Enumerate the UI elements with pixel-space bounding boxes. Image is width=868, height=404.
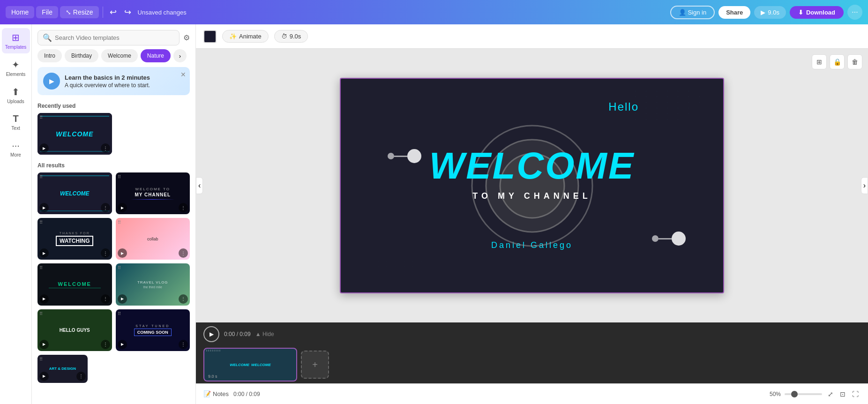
download-button[interactable]: ⬇ Download — [790, 6, 844, 19]
clip-inner: WELCOME WELCOME — [204, 349, 296, 381]
undo-button[interactable]: ↩ — [107, 5, 120, 19]
time-display: 0:00 / 0:09 — [233, 391, 260, 397]
template-8-play[interactable]: ▶ — [118, 340, 127, 349]
add-clip-button[interactable]: + — [301, 351, 329, 379]
sidebar-item-elements[interactable]: ✦ Elements — [2, 55, 30, 81]
template-8-drag[interactable]: ⠿ — [118, 311, 121, 316]
template-play-button[interactable]: ▶ — [39, 143, 49, 153]
template-1-drag[interactable]: ⠿ — [39, 174, 43, 180]
template-5-options[interactable]: ⋮ — [101, 294, 110, 304]
more-options-button[interactable]: ··· — [847, 5, 862, 20]
signin-button[interactable]: 👤 Sign in — [670, 6, 715, 19]
template-3-drag[interactable]: ⠿ — [39, 220, 43, 225]
template-9-play[interactable]: ▶ — [39, 372, 49, 381]
chip-nature[interactable]: Nature — [141, 49, 171, 62]
template-1-play[interactable]: ▶ — [39, 203, 49, 212]
template-4-options[interactable]: ⋮ — [179, 248, 188, 258]
resize-button[interactable]: ⤡ Resize — [60, 6, 99, 18]
template-6-options[interactable]: ⋮ — [179, 294, 188, 304]
duration-button[interactable]: ▶ 9.0s — [754, 6, 786, 19]
clip-duration: 9.0 s — [208, 374, 217, 379]
tutorial-play-button[interactable]: ▶ — [43, 73, 60, 90]
duration-toolbar-button[interactable]: ⏱ 9.0s — [274, 30, 308, 43]
template-2-play[interactable]: ▶ — [118, 203, 127, 212]
template-card-4[interactable]: collab ▶ ⋮ ⠿ — [116, 218, 190, 260]
uploads-label: Uploads — [7, 99, 24, 104]
show-panel-button[interactable]: › — [861, 177, 868, 194]
template-card-6[interactable]: TRAVEL VLOG the third mile ▶ ⋮ ⠿ — [116, 263, 190, 305]
tutorial-banner: ▶ Learn the basics in 2 minutes A quick … — [37, 67, 190, 95]
template-7-options[interactable]: ⋮ — [101, 340, 110, 349]
animate-button[interactable]: ✨ Animate — [222, 30, 269, 43]
notes-button[interactable]: 📝 Notes — [203, 390, 229, 397]
template-2-options[interactable]: ⋮ — [179, 203, 188, 212]
fullscreen-button[interactable]: ⛶ — [850, 389, 861, 400]
hide-timeline-button[interactable]: ▲ Hide — [255, 331, 274, 337]
share-button[interactable]: Share — [718, 6, 750, 19]
template-1-overlay: ▶ ⋮ — [39, 203, 110, 212]
hide-panel-button[interactable]: ‹ — [196, 177, 203, 194]
timeline: ▶ 0:00 / 0:09 ▲ Hide WELCOME WELCOME — [196, 322, 868, 383]
fit-button[interactable]: ⊡ — [838, 389, 847, 400]
template-4-play[interactable]: ▶ — [118, 248, 127, 258]
template-card-8[interactable]: STAY TUNED COMING SOON ▶ ⋮ ⠿ — [116, 309, 190, 351]
timeline-clip-1[interactable]: WELCOME WELCOME 9.0 s — [203, 348, 297, 382]
template-6-overlay: ▶ ⋮ — [118, 294, 188, 304]
template-1-options[interactable]: ⋮ — [101, 203, 110, 212]
sidebar-item-more[interactable]: ··· More — [2, 136, 30, 161]
template-5-drag[interactable]: ⠿ — [39, 265, 43, 270]
chip-intro[interactable]: Intro — [37, 49, 62, 62]
more-icon: ··· — [12, 140, 20, 151]
chip-birthday[interactable]: Birthday — [65, 49, 98, 62]
template-6-drag[interactable]: ⠿ — [118, 265, 121, 270]
template-card-7[interactable]: HELLO GUYS ▶ ⋮ ⠿ — [37, 309, 112, 351]
template-options-button[interactable]: ⋮ — [101, 143, 110, 153]
topbar-separator — [103, 7, 103, 18]
template-1-text: WELCOME — [60, 190, 90, 197]
template-9-options[interactable]: ⋮ — [76, 372, 86, 381]
orb-decoration-tl — [388, 149, 421, 163]
timeline-play-button[interactable]: ▶ — [203, 326, 219, 342]
clip-welcome-2: WELCOME — [251, 363, 271, 367]
sidebar-item-uploads[interactable]: ⬆ Uploads — [2, 82, 30, 108]
canvas-settings-button[interactable]: ⊞ — [812, 54, 827, 69]
template-card-2[interactable]: WELCOME TO MY CHANNEL ▶ ⋮ ⠿ — [116, 172, 190, 214]
chip-welcome[interactable]: Welcome — [101, 49, 138, 62]
zoom-slider[interactable] — [785, 393, 822, 395]
template-card-5[interactable]: WELCOME ▶ ⋮ ⠿ — [37, 263, 112, 305]
template-9-drag[interactable]: ⠿ — [39, 357, 43, 362]
template-card-3[interactable]: THANKS FOR WATCHING ▶ ⋮ ⠿ — [37, 218, 112, 260]
template-6-play[interactable]: ▶ — [118, 294, 127, 304]
file-button[interactable]: File — [36, 6, 58, 18]
search-input[interactable] — [55, 34, 174, 41]
sidebar-item-templates[interactable]: ⊞ Templates — [2, 28, 30, 53]
download-icon: ⬇ — [798, 9, 803, 16]
close-banner-button[interactable]: ✕ — [180, 71, 186, 78]
redo-button[interactable]: ↪ — [121, 5, 134, 19]
template-card-recent[interactable]: WELCOME ▶ ⋮ ⠿ — [37, 113, 112, 155]
template-2-drag[interactable]: ⠿ — [118, 174, 121, 180]
template-4-drag[interactable]: ⠿ — [118, 220, 121, 225]
template-card-9[interactable]: ART & DESIGN ▶ ⋮ ⠿ — [37, 355, 88, 383]
all-results-grid: WELCOME ▶ ⋮ ⠿ WELCOME TO MY CHANNEL — [37, 172, 190, 383]
play-icon: ▶ — [761, 9, 765, 16]
chip-scroll-right[interactable]: › — [173, 49, 187, 62]
filter-button[interactable]: ⚙ — [183, 33, 190, 42]
recently-used-label: Recently used — [37, 103, 190, 109]
template-card-1[interactable]: WELCOME ▶ ⋮ ⠿ — [37, 172, 112, 214]
template-5-play[interactable]: ▶ — [39, 294, 49, 304]
template-7-drag[interactable]: ⠿ — [39, 311, 43, 316]
expand-button[interactable]: ⤢ — [826, 389, 835, 400]
sidebar-item-text[interactable]: T Text — [2, 110, 30, 135]
template-7-play[interactable]: ▶ — [39, 340, 49, 349]
template-8-options[interactable]: ⋮ — [179, 340, 188, 349]
color-swatch[interactable] — [203, 30, 217, 43]
canvas-lock-button[interactable]: 🔒 — [830, 54, 845, 69]
panel-scroll: ▶ Learn the basics in 2 minutes A quick … — [32, 67, 195, 404]
canvas-trash-button[interactable]: 🗑 — [847, 54, 862, 69]
template-3-options[interactable]: ⋮ — [101, 248, 110, 258]
drag-handle[interactable]: ⠿ — [39, 115, 43, 120]
home-button[interactable]: Home — [6, 6, 34, 18]
template-3-play[interactable]: ▶ — [39, 248, 49, 258]
dots-decoration-tr: · · · · · ·· · · · · · ·· · · · · · ·· ·… — [635, 88, 704, 122]
